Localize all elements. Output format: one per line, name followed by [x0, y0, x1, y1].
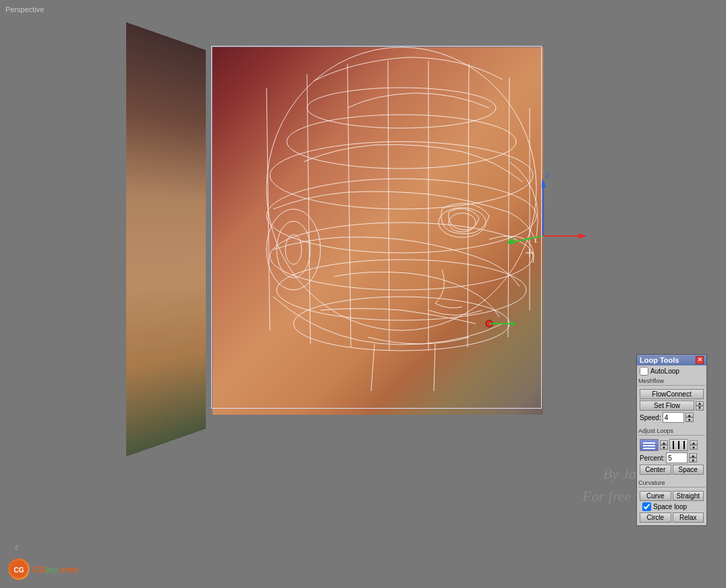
panel-title: Loop Tools [640, 356, 679, 364]
setflow-spinner-down[interactable]: ▼ [696, 406, 704, 411]
svg-rect-38 [643, 445, 655, 446]
autoloop-row: AutoLoop [640, 367, 704, 376]
loop-icon-left[interactable] [640, 439, 659, 451]
svg-rect-39 [643, 448, 655, 449]
left-spinner-down[interactable]: ▼ [660, 445, 668, 450]
speed-spinner: ▲ ▼ [686, 413, 694, 422]
right-spinner-down[interactable]: ▼ [690, 445, 698, 450]
center-space-row: Center Space [640, 465, 704, 475]
percent-label: Percent: [640, 454, 665, 462]
spaceloop-row: Space loop [642, 502, 701, 511]
cgjoy-logo: CG CGjoy.com [8, 558, 78, 580]
cgjoy-text-label: CGjoy.com [32, 564, 78, 575]
loop-tools-panel: Loop Tools ✕ AutoLoop Meshflow FlowConne… [636, 354, 707, 526]
cgjoy-cg: CG [32, 564, 46, 575]
cgjoy-icon: CG [8, 558, 30, 580]
face-front-panel [213, 47, 543, 415]
right-spinner-up[interactable]: ▲ [690, 440, 698, 445]
spaceloop-checkbox[interactable] [642, 502, 651, 511]
scene-container: z [0, 0, 621, 588]
svg-rect-42 [683, 441, 685, 449]
curve-button[interactable]: Curve [640, 491, 671, 501]
meshflow-section-label: Meshflow [638, 378, 705, 386]
curvature-section: Curve Straight Space loop Circle Relax [637, 488, 706, 525]
viewport: Perspective [0, 0, 726, 588]
svg-rect-40 [673, 441, 674, 449]
adjustloops-section-label: Adjust Loops [638, 428, 705, 436]
svg-text:z: z [546, 171, 550, 179]
face-side-panel [126, 22, 206, 457]
speed-spinner-down[interactable]: ▼ [686, 417, 694, 422]
cgjoy-joy: joy [46, 564, 58, 575]
adjustloops-section: ▲ ▼ ▲ ▼ Percent: [637, 436, 706, 477]
percent-spinner: ▲ ▼ [689, 453, 697, 463]
spaceloop-label: Space loop [653, 503, 687, 510]
svg-text:CG: CG [14, 566, 24, 574]
setflow-row: Set Flow ▲ ▼ [640, 401, 704, 411]
percent-spinner-down[interactable]: ▼ [689, 458, 697, 463]
left-spinner-up[interactable]: ▲ [660, 440, 668, 445]
panel-titlebar[interactable]: Loop Tools ✕ [637, 355, 706, 365]
svg-rect-37 [643, 442, 655, 444]
straight-button[interactable]: Straight [673, 491, 704, 501]
percent-spinner-up[interactable]: ▲ [689, 453, 697, 458]
left-spinner: ▲ ▼ [660, 440, 668, 450]
svg-rect-41 [678, 441, 679, 449]
space-button[interactable]: Space [673, 465, 704, 475]
speed-spinner-up[interactable]: ▲ [686, 413, 694, 417]
curve-straight-row: Curve Straight [640, 491, 704, 501]
percent-row: Percent: ▲ ▼ [640, 452, 704, 463]
icon-row: ▲ ▼ ▲ ▼ [640, 439, 704, 451]
relax-button[interactable]: Relax [673, 512, 704, 523]
flowconnect-button[interactable]: FlowConnect [640, 389, 704, 399]
speed-label: Speed: [640, 414, 661, 421]
autoloop-label: AutoLoop [650, 368, 679, 375]
flowconnect-row: FlowConnect [640, 389, 704, 399]
speed-row: Speed: ▲ ▼ [640, 412, 704, 423]
svg-marker-26 [578, 233, 587, 239]
loop-icon-right[interactable] [669, 439, 688, 451]
setflow-spinner-up[interactable]: ▲ [696, 401, 704, 406]
right-spinner: ▲ ▼ [690, 440, 698, 450]
speed-input[interactable] [663, 412, 684, 423]
setflow-button[interactable]: Set Flow [640, 401, 694, 411]
cgjoy-com: .com [57, 564, 78, 575]
z-axis-bottom-label: z [15, 543, 18, 551]
setflow-spinner: ▲ ▼ [696, 401, 704, 411]
curvature-section-label: Curvature [638, 479, 705, 488]
meshflow-section: FlowConnect Set Flow ▲ ▼ Speed: ▲ ▼ [637, 386, 706, 425]
center-button[interactable]: Center [640, 465, 671, 475]
percent-input[interactable] [666, 452, 688, 463]
panel-close-button[interactable]: ✕ [696, 356, 704, 364]
circle-relax-row: Circle Relax [640, 512, 704, 523]
autoloop-checkbox[interactable] [640, 367, 648, 376]
circle-button[interactable]: Circle [640, 512, 671, 523]
